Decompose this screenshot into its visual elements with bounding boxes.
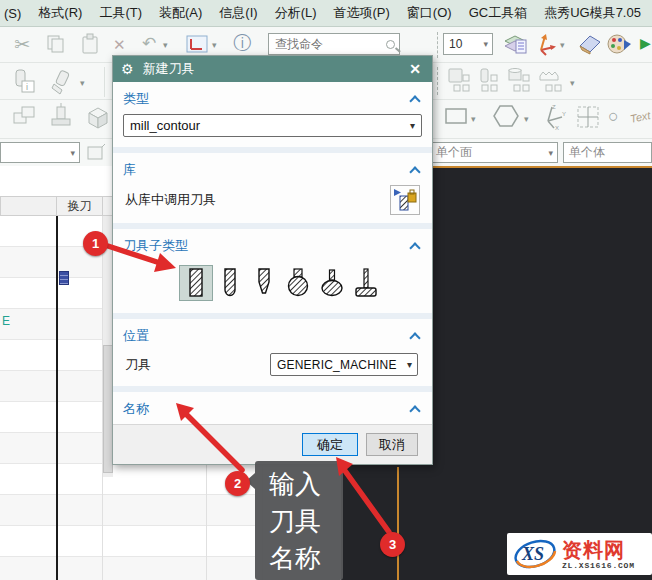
collapse-chevron-icon[interactable] [409,332,420,343]
face-rule-combo[interactable]: 单个面 ▾ [430,142,558,163]
navigator-header-cell[interactable] [0,196,57,216]
tool-change-cell-icon [59,271,69,285]
body-rule-combo[interactable]: 单个体 [563,142,652,163]
menu-item-gc-toolbox[interactable]: GC工具箱 [469,4,528,22]
layer-combo[interactable]: 10 ▾ [443,33,493,55]
rectangle-icon[interactable] [444,107,468,125]
chevron-down-icon: ▾ [407,359,417,370]
chevron-down-icon: ▾ [548,148,557,158]
circle-icon[interactable]: ○ [608,107,619,125]
method-view-icon[interactable] [538,68,564,94]
type-select[interactable]: mill_contour ▾ [123,114,422,137]
highlighted-edge [397,467,399,580]
wcs-dropdown-icon[interactable]: ▾ [560,41,565,50]
menu-item-yanxiu-mold[interactable]: 燕秀UG模具7.05 [544,4,641,22]
extrude-icon[interactable] [48,103,74,131]
end-mill-icon [183,267,209,299]
csys-icon[interactable]: Z Y X [540,103,568,131]
view-dropdown-icon[interactable]: ▾ [212,41,217,50]
annotation-tooltip: 输入 刀具 名称 [255,461,343,580]
tool-dropdown-icon[interactable]: ▾ [80,79,85,88]
create-tool-icon[interactable] [48,68,74,96]
polygon-dropdown-icon[interactable]: ▾ [524,115,529,124]
rectangle-dropdown-icon[interactable]: ▾ [471,115,476,124]
menu-item-preferences[interactable]: 首选项(P) [334,4,390,22]
navigator-header-toolchange[interactable]: 换刀 [57,196,103,216]
menu-item-file[interactable]: (S) [4,6,21,21]
paste-icon[interactable] [80,33,100,55]
call-tool-from-library-button[interactable] [390,185,420,215]
navigator-row-text: E [2,314,10,328]
geometry-view-icon[interactable] [508,68,532,94]
program-order-view-icon[interactable] [448,68,472,94]
sphere-mill-icon [285,267,311,299]
watermark-logo-icon: XS [513,537,557,571]
subtype-ball-mill[interactable] [213,265,247,301]
selection-scope-combo[interactable]: ▾ [0,142,80,163]
menu-item-information[interactable]: 信息(I) [219,4,257,22]
delete-icon[interactable]: ✕ [113,37,126,52]
subtype-sphere-mill[interactable] [281,265,315,301]
chamfer-mill-icon [251,267,277,299]
view-orient-icon[interactable] [186,34,208,54]
copy-face-icon[interactable] [12,105,38,129]
toolbar-drag-handle[interactable] [437,67,438,95]
svg-text:XS: XS [521,544,544,564]
command-finder-input[interactable] [275,37,386,51]
collapse-chevron-icon[interactable] [409,405,420,416]
face-rule-value: 单个面 [436,144,548,161]
datum-plane-icon[interactable] [576,105,600,129]
toolbar-drag-handle[interactable] [437,32,438,58]
collapse-chevron-icon[interactable] [409,242,420,253]
svg-text:Z: Z [552,104,556,110]
subtype-chamfer-mill[interactable] [247,265,281,301]
dialog-titlebar[interactable]: ⚙ 新建刀具 ✕ [113,56,432,82]
tooltip-line: 输入 [269,466,343,503]
play-icon[interactable]: ▶ [640,36,651,50]
block-icon[interactable] [84,103,112,131]
subtype-section-label: 刀具子类型 [123,237,188,255]
subtype-face-mill[interactable] [315,265,349,301]
info-icon[interactable]: ⓘ [233,34,251,52]
watermark-url: ZL.XS1616.COM [562,561,635,570]
collapse-chevron-icon[interactable] [409,166,420,177]
copy-icon[interactable] [46,34,66,54]
snap-point-icon[interactable] [86,143,106,163]
menu-item-analysis[interactable]: 分析(L) [275,4,317,22]
ok-button[interactable]: 确定 [302,433,358,456]
machine-tool-view-icon[interactable] [478,68,502,94]
tool-location-value: GENERIC_MACHINE [277,358,407,372]
svg-text:i: i [26,82,28,92]
menu-item-tools[interactable]: 工具(T) [99,4,142,22]
subtype-section: 刀具子类型 [113,229,432,313]
tooltip-line: 刀具 [269,503,343,540]
menu-item-assembly[interactable]: 装配(A) [159,4,202,22]
command-finder[interactable] [268,33,400,55]
wcs-icon[interactable] [534,32,558,56]
collapse-chevron-icon[interactable] [409,95,420,106]
text-tool-icon[interactable]: Text [629,109,651,125]
menu-item-window[interactable]: 窗口(O) [407,4,452,22]
gear-icon: ⚙ [121,61,134,77]
tool-info-icon[interactable]: i [12,68,38,96]
chevron-down-icon: ▾ [483,39,492,49]
undo-dropdown-icon[interactable]: ▾ [163,41,168,50]
toolbar-separator [104,67,105,97]
subtype-t-cutter[interactable] [349,265,383,301]
type-section-label: 类型 [123,90,149,108]
menu-item-format[interactable]: 格式(R) [38,4,82,22]
views-dropdown-icon[interactable]: ▾ [570,79,575,88]
menu-bar: (S) 格式(R) 工具(T) 装配(A) 信息(I) 分析(L) 首选项(P)… [0,0,652,27]
polygon-icon[interactable] [492,103,520,129]
subtype-end-mill[interactable] [179,265,213,301]
edit-object-display-icon[interactable] [576,33,602,55]
step-badge-2: 2 [225,471,250,496]
undo-icon[interactable]: ↶ [142,35,156,52]
layer-settings-icon[interactable] [502,32,528,56]
cut-icon[interactable]: ✂ [14,35,30,54]
close-icon[interactable]: ✕ [406,61,424,77]
create-tool-dialog: ⚙ 新建刀具 ✕ 类型 mill_contour ▾ 库 从库中调用刀具 [112,55,433,465]
object-display-palette-icon[interactable] [606,32,632,56]
tool-location-select[interactable]: GENERIC_MACHINE ▾ [270,353,418,376]
cancel-button[interactable]: 取消 [366,433,418,456]
